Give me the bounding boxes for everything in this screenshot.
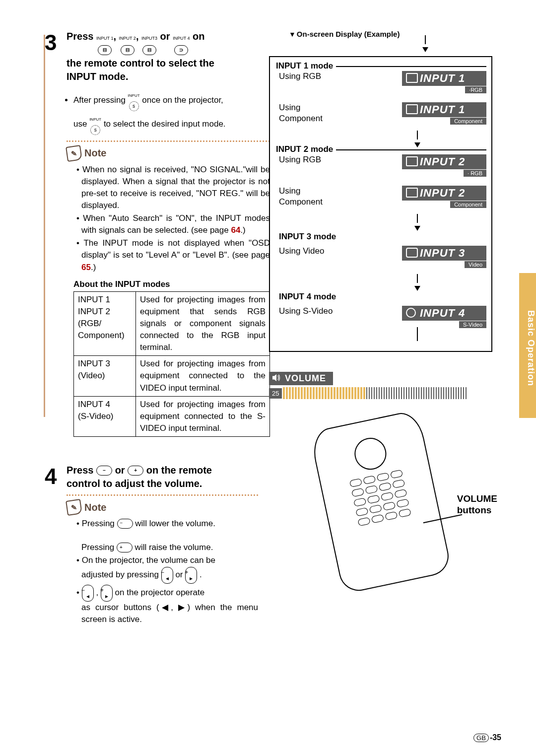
note-icon: ✎ <box>66 145 82 162</box>
input2-rgb-badge: INPUT 2 <box>402 154 486 169</box>
note3-item-1: When no signal is received, "NO SIGNAL."… <box>76 164 270 212</box>
input1-rgb-sub: ·RGB <box>465 86 486 93</box>
page-link-64: 64 <box>231 225 240 235</box>
note-label: Note <box>84 147 106 159</box>
input1-comp-label: Using Component <box>279 102 323 124</box>
page-link-65: 65 <box>81 263 91 272</box>
note-icon-2: ✎ <box>66 499 82 516</box>
note3-item-2: When "Auto Search" is "ON", the INPUT mo… <box>76 212 270 236</box>
monitor-icon <box>406 156 418 166</box>
monitor-icon <box>406 73 418 83</box>
note3-item-3: The INPUT mode is not displayed when "OS… <box>76 237 270 273</box>
input1-comp-sub: Component <box>450 118 486 125</box>
input2-button-icon: ⊟ <box>121 45 134 55</box>
table-heading: About the INPUT modes <box>73 279 270 289</box>
monitor-icon <box>406 188 418 198</box>
projector-input-icon: s <box>129 101 139 111</box>
input4-label: INPUT 4 <box>173 36 190 41</box>
left-rule <box>44 35 45 417</box>
osd-box: INPUT 1 mode Using RGB INPUT 1 ·RGB Usin… <box>269 56 492 352</box>
input1-rgb-label: Using RGB <box>279 71 321 82</box>
monitor-icon <box>406 104 418 114</box>
input-small-label-2: INPUT <box>89 117 101 122</box>
table-r1c1: INPUT 1 INPUT 2 (RGB/ Component) <box>74 291 136 356</box>
nav-left-icon: −◂ <box>161 567 173 584</box>
input4-badge: INPUT 4 <box>402 306 486 321</box>
rect-icon <box>406 248 418 258</box>
input2-label: INPUT 2 <box>119 36 136 41</box>
step-4-number: 4 <box>45 466 67 487</box>
dotted-divider <box>67 140 270 142</box>
input4-mode-head: INPUT 4 mode <box>279 292 486 302</box>
minus-button-icon: − <box>96 466 112 476</box>
input1-button-icon: ⊟ <box>98 45 112 55</box>
step-4-title: Press − or + on the remote control to ad… <box>67 464 258 490</box>
input3-video-label: Using Video <box>279 246 324 257</box>
plus-icon-2: + <box>117 543 133 552</box>
input-small-label: INPUT <box>128 93 140 98</box>
input3-button-icon: ⊟ <box>142 45 156 55</box>
input2-comp-label: Using Component <box>279 186 323 207</box>
dotted-divider-2 <box>67 494 258 496</box>
speaker-icon <box>272 374 281 382</box>
input-modes-table: INPUT 1 INPUT 2 (RGB/ Component) Used fo… <box>73 291 270 437</box>
table-r1c2: Used for projecting images from equipmen… <box>136 291 270 356</box>
remote-illustration <box>309 409 453 594</box>
page-footer: GB-35 <box>473 733 501 742</box>
input1-rgb-badge: INPUT 1 <box>402 71 486 86</box>
projector-input-icon-2: s <box>90 125 100 135</box>
plug-icon <box>406 308 416 318</box>
input3-mode-head: INPUT 3 mode <box>279 232 486 242</box>
step3-bullet: After pressing INPUT s once on the proje… <box>73 88 270 137</box>
input2-rgb-label: Using RGB <box>279 154 321 165</box>
input2-comp-badge: INPUT 2 <box>402 186 486 201</box>
volume-bar <box>283 387 468 399</box>
input3-label: INPUT3 <box>141 36 157 41</box>
plus-button-icon: + <box>128 466 143 476</box>
nav-right-icon: +▸ <box>185 567 197 584</box>
table-r2c1: INPUT 3 (Video) <box>74 356 136 396</box>
input2-comp-sub: Component <box>450 201 486 208</box>
input3-badge: INPUT 3 <box>402 246 486 261</box>
input2-mode-head: INPUT 2 mode <box>276 144 336 154</box>
note4-item-3: −◂ , +▸ on the projector operate as curs… <box>76 585 258 625</box>
input1-label: INPUT 1 <box>96 36 113 41</box>
table-r3c2: Used for projecting images from equipmen… <box>136 396 270 436</box>
note-label-2: Note <box>84 502 106 513</box>
note4-item-1: Pressing − will lower the volume. Pressi… <box>76 518 258 553</box>
remote-callout-label: VOLUME buttons <box>457 493 497 516</box>
step-3-number: 3 <box>45 32 67 54</box>
input1-comp-badge: INPUT 1 <box>402 102 486 117</box>
volume-label: VOLUME <box>269 372 333 385</box>
input4-button-icon: ⊃ <box>174 45 188 55</box>
input4-sub: S-Video <box>459 321 486 328</box>
step-3-title: Press INPUT 1 ⊟ , INPUT 2 ⊟ , INPUT3 ⊟ o… <box>67 30 270 83</box>
nav-right-icon-2: +▸ <box>101 585 113 602</box>
input1-mode-head: INPUT 1 mode <box>276 61 336 71</box>
table-r2c2: Used for projecting images from equipmen… <box>136 356 270 396</box>
input4-svideo-label: Using S-Video <box>279 306 333 317</box>
table-r3c1: INPUT 4 (S-Video) <box>74 396 136 436</box>
minus-icon-2: − <box>117 519 133 529</box>
note4-item-2: On the projector, the volume can be adju… <box>76 554 258 583</box>
input3-sub: Video <box>465 261 486 268</box>
nav-left-icon-2: −◂ <box>82 585 94 602</box>
volume-value: 25 <box>269 388 282 399</box>
input2-rgb-sub: · RGB <box>464 170 486 177</box>
